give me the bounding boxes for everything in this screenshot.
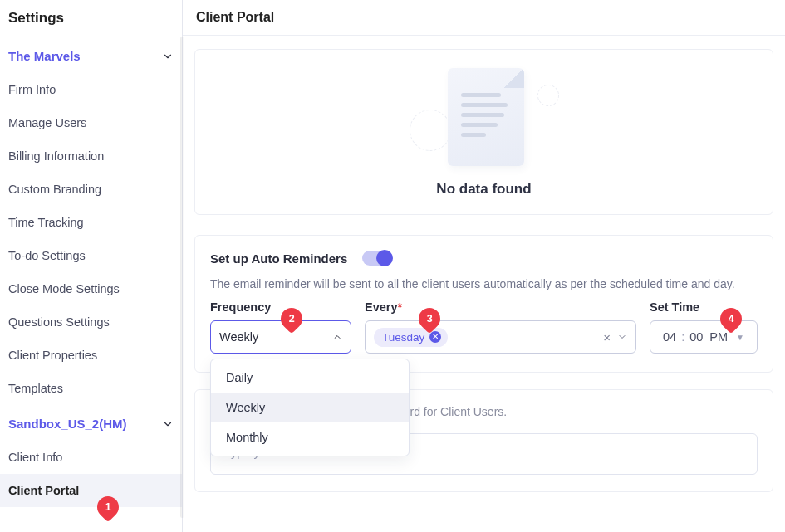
- sidebar-item-questions[interactable]: Questions Settings: [0, 305, 182, 339]
- chevron-down-icon: [162, 418, 174, 430]
- document-illustration: [410, 60, 559, 176]
- sidebar-item-templates[interactable]: Templates: [0, 372, 182, 405]
- sidebar-item-manage-users[interactable]: Manage Users: [0, 106, 182, 139]
- time-min: 00: [689, 330, 703, 344]
- frequency-field: Frequency Weekly Daily Weekly Monthly: [210, 300, 351, 354]
- chevron-down-icon[interactable]: [617, 332, 627, 342]
- sidebar-section-label: Sandbox_US_2(HM): [8, 417, 127, 431]
- frequency-value: Weekly: [219, 330, 258, 344]
- settings-sidebar: Settings The Marvels Firm Info Manage Us…: [0, 0, 183, 532]
- frequency-option-weekly[interactable]: Weekly: [211, 393, 409, 422]
- sidebar-item-billing[interactable]: Billing Information: [0, 139, 182, 173]
- sidebar-item-client-properties[interactable]: Client Properties: [0, 339, 182, 372]
- required-asterisk: *: [398, 300, 403, 314]
- sidebar-section-the-marvels[interactable]: The Marvels: [0, 37, 182, 73]
- empty-state: No data found: [194, 49, 773, 215]
- sidebar-item-firm-info[interactable]: Firm Info: [0, 73, 182, 106]
- frequency-dropdown: Daily Weekly Monthly: [210, 359, 410, 456]
- sidebar-section-label: The Marvels: [8, 49, 81, 63]
- reminders-title: Set up Auto Reminders: [210, 251, 347, 266]
- time-field: Set Time 04 : 00 PM ▼: [650, 300, 758, 354]
- time-hour: 04: [663, 330, 676, 344]
- time-sep: :: [680, 330, 686, 344]
- every-field: Every* Tuesday ✕ ×: [365, 300, 636, 354]
- page-title: Client Portal: [183, 0, 785, 36]
- empty-state-text: No data found: [436, 181, 531, 198]
- frequency-select[interactable]: Weekly: [210, 320, 351, 354]
- sidebar-item-client-portal[interactable]: Client Portal: [0, 474, 182, 507]
- sidebar-item-custom-branding[interactable]: Custom Branding: [0, 173, 182, 206]
- auto-reminders-card: Set up Auto Reminders The email reminder…: [194, 235, 773, 373]
- every-label: Every*: [365, 300, 636, 314]
- chevron-up-icon: [332, 332, 342, 342]
- sidebar-item-time-tracking[interactable]: Time Tracking: [0, 206, 182, 239]
- time-select[interactable]: 04 : 00 PM ▼: [650, 320, 758, 354]
- main-panel: Client Portal No data found: [183, 0, 785, 532]
- frequency-label: Frequency: [210, 300, 351, 314]
- sidebar-title: Settings: [0, 0, 182, 37]
- sidebar-section-sandbox[interactable]: Sandbox_US_2(HM): [0, 405, 182, 441]
- day-tag: Tuesday ✕: [374, 328, 448, 347]
- frequency-option-monthly[interactable]: Monthly: [211, 422, 409, 452]
- frequency-option-daily[interactable]: Daily: [211, 363, 409, 393]
- sidebar-item-close-mode[interactable]: Close Mode Settings: [0, 272, 182, 305]
- dropdown-triangle-icon: ▼: [736, 333, 744, 342]
- day-tag-label: Tuesday: [382, 331, 424, 344]
- sidebar-item-todo-settings[interactable]: To-do Settings: [0, 239, 182, 272]
- remove-day-icon[interactable]: ✕: [429, 331, 441, 343]
- reminders-toggle[interactable]: [362, 251, 392, 266]
- sidebar-item-client-info[interactable]: Client Info: [0, 441, 182, 474]
- reminders-description: The email reminder will be sent to all t…: [210, 277, 758, 290]
- time-label: Set Time: [650, 300, 758, 314]
- every-label-text: Every: [365, 300, 398, 314]
- every-select[interactable]: Tuesday ✕ ×: [365, 320, 636, 354]
- time-ampm: PM: [709, 330, 728, 344]
- chevron-down-icon: [162, 51, 174, 62]
- clear-days-icon[interactable]: ×: [603, 330, 611, 344]
